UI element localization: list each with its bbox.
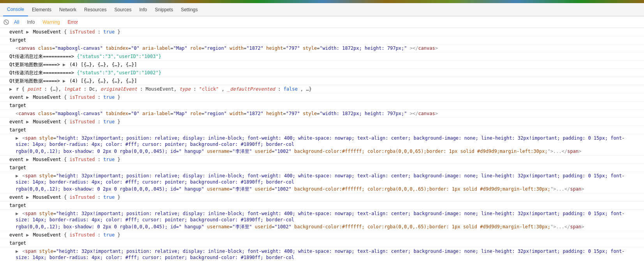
span1-userid-val: "1002" [275, 149, 291, 154]
attr-eq5: = [243, 46, 246, 51]
row-gutter [0, 102, 8, 102]
row-content: event ▶ MouseEvent { isTrusted : true } [8, 28, 644, 35]
row-gutter [0, 110, 8, 110]
tab-elements[interactable]: Elements [28, 3, 55, 16]
expand-arr-icon2[interactable]: ▶ [63, 78, 67, 84]
span2-bgcolor: background-color:#ffffff; color:rgba(0,0… [294, 186, 550, 192]
row-gutter [0, 231, 8, 232]
expand-icon3[interactable]: ▶ [26, 119, 30, 125]
brace-open4: { [64, 157, 67, 162]
colon12: : [98, 194, 103, 200]
expand-icon4[interactable]: ▶ [26, 156, 30, 163]
row-content: Qt更新地图数据=====> ▶ (4) [{…}, {…}, {…}, {…}… [8, 61, 644, 68]
prop-originalevent: originalEvent [101, 86, 137, 92]
span3-userid-val: "1002" [275, 224, 291, 229]
span1-username-val: "李泽里" [232, 149, 252, 154]
expand-span4-icon[interactable]: ▶ [16, 248, 19, 254]
tab-network[interactable]: Network [55, 3, 80, 16]
span3-style-val: "height: 32px!important; position: relat… [16, 211, 625, 222]
row-content: ▶ <span style="height: 32px!important; p… [8, 172, 631, 186]
filter-all[interactable]: All [11, 18, 22, 26]
tab-settings[interactable]: Settings [177, 3, 201, 16]
attr-height: height [266, 46, 283, 51]
tag-close2: ></ [410, 111, 418, 116]
expand-arr-icon[interactable]: ▶ [63, 61, 67, 68]
row-content: ▶ <span style="height: 32px!important; p… [8, 135, 631, 148]
span1-username: username [207, 149, 229, 154]
span1-close-name: span [567, 149, 579, 154]
row-content: Qt传递消息过来==========> {"status":"3","userI… [8, 53, 644, 60]
qt-label3: Qt传递消息过来==========> [9, 70, 77, 75]
filter-warning[interactable]: Warning [39, 18, 63, 26]
tab-resources[interactable]: Resources [80, 3, 110, 16]
canvas-tag-name: canvas [18, 46, 35, 51]
span3-bgcolor: background-color:#ffffff; color:rgba(0,0… [294, 224, 550, 229]
span3-id: " hangup" [179, 224, 204, 229]
prop-istrusted3: isTrusted [70, 119, 95, 124]
attr-role-val2: "region" [204, 111, 227, 116]
row-content: Qt更新地图数据=====> ▶ (4) [{…}, {…}, {…}, {…}… [8, 77, 644, 84]
qt-status2: {"status":"3","userID":"1002"} [77, 70, 161, 75]
attr-role: role [190, 46, 201, 51]
expand-span2-icon[interactable]: ▶ [16, 173, 19, 179]
tab-info[interactable]: Info [135, 3, 151, 16]
span3-username: username [207, 224, 229, 229]
mouse-event-label: MouseEvent [33, 29, 64, 35]
row-gutter [0, 126, 8, 127]
mouse-event-label5: MouseEvent [33, 194, 64, 200]
mouse-event-label6: MouseEvent [33, 232, 64, 238]
row-content: event ▶ MouseEvent { isTrusted : true } [8, 118, 644, 125]
span1-close: > [579, 149, 581, 154]
row-content3b: rgba(0,0,0,.12); box-shadow: 0 2px 0 rgb… [8, 223, 586, 230]
prop-lnglat: lngLat [64, 86, 81, 92]
row-content: event ▶ MouseEvent { isTrusted : true } [8, 156, 644, 163]
console-row-event2: event ▶ MouseEvent { isTrusted : true } [0, 93, 644, 102]
expand-r-icon[interactable]: ▶ [9, 86, 13, 92]
row-content: ▶ <span style="height: 32px!important; p… [8, 210, 631, 223]
tab-snippets[interactable]: Snippets [151, 3, 177, 16]
expand-span1-icon[interactable]: ▶ [16, 135, 19, 141]
span3-name: span [25, 211, 36, 216]
span1-quote: ">...</ [547, 149, 567, 154]
expand-icon6[interactable]: ▶ [26, 232, 30, 238]
expand-icon5[interactable]: ▶ [26, 194, 30, 200]
console-row-target4: target [0, 164, 644, 172]
filter-error[interactable]: Error [65, 18, 81, 26]
tag-close: ></ [410, 46, 418, 51]
row-content: <canvas class="mapboxgl-canvas" tabindex… [8, 45, 644, 52]
row-gutter [0, 210, 8, 210]
row-gutter [0, 28, 8, 29]
console-row-event5: event ▶ MouseEvent { isTrusted : true } [0, 193, 644, 201]
row-gutter [0, 172, 8, 173]
attr-aria-val2: "Map" [173, 111, 187, 116]
label-target3: target [9, 127, 26, 133]
qt-label2: Qt更新地图数据=====> [9, 62, 63, 67]
tab-sources[interactable]: Sources [110, 3, 135, 16]
prop-true4: true [103, 157, 115, 162]
colon13: : [98, 232, 103, 238]
span2-close-name: span [570, 186, 581, 192]
console-row-event3: event ▶ MouseEvent { isTrusted : true } [0, 118, 644, 126]
prop-istrusted4: isTrusted [70, 157, 95, 162]
clear-console-icon[interactable] [3, 19, 9, 25]
attr-class2: class [38, 111, 52, 116]
expand-icon2[interactable]: ▶ [26, 94, 30, 100]
brace-open6: { [64, 232, 67, 238]
span1-attr-style: style [39, 135, 53, 141]
expand-icon[interactable]: ▶ [26, 29, 30, 35]
colon5: : [194, 86, 199, 92]
console-row-target2: target [0, 102, 644, 110]
console-row-target5: target [0, 201, 644, 210]
tab-console[interactable]: Console [3, 3, 28, 16]
console-row-event6: event ▶ MouseEvent { isTrusted : true } [0, 231, 644, 239]
brace-close3: } [117, 119, 120, 124]
expand-span3-icon[interactable]: ▶ [16, 210, 19, 217]
prop-false: false [284, 86, 298, 92]
colon6: , [222, 86, 227, 92]
row-gutter [0, 248, 8, 248]
r-obj: r [16, 86, 21, 92]
span2-username: username [207, 186, 229, 192]
mouse-event-label2: MouseEvent [33, 95, 64, 100]
brace-close: } [117, 29, 120, 35]
filter-info[interactable]: Info [24, 18, 38, 26]
